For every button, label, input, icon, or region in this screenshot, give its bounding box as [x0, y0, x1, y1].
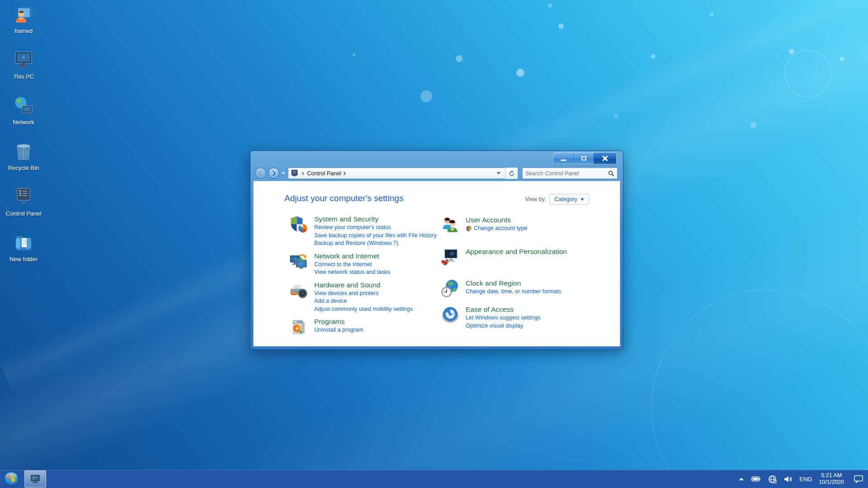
- window-caption-buttons: [553, 152, 617, 164]
- breadcrumb[interactable]: Control Panel: [307, 170, 341, 177]
- category-link-optimize-visual-display[interactable]: Optimize visual display: [466, 322, 540, 330]
- app-window-icon: [29, 473, 41, 485]
- category-link-backup-and-restore-windows-7[interactable]: Backup and Restore (Windows 7): [314, 239, 437, 248]
- category-row: Programs Uninstall a program: [289, 317, 438, 337]
- view-by-label: View by:: [525, 196, 546, 202]
- category-icon[interactable]: [440, 305, 460, 325]
- desktop-icon-label: Network: [13, 119, 34, 126]
- desktop-icon-network[interactable]: Network: [3, 94, 44, 140]
- search-box: [522, 168, 618, 179]
- category-links: Review your computer's statusSave backup…: [314, 224, 437, 248]
- volume-icon[interactable]: [783, 475, 793, 483]
- windows-logo-icon: [4, 471, 19, 487]
- category-row: System and Security Review your computer…: [289, 215, 438, 248]
- category-link-view-devices-and-printers[interactable]: View devices and printers: [314, 290, 413, 298]
- address-bar[interactable]: Control Panel: [288, 168, 518, 179]
- refresh-icon: [509, 170, 515, 177]
- tray-show-hidden-icons[interactable]: [739, 478, 744, 480]
- category-title-hardware-and-sound[interactable]: Hardware and Sound: [314, 281, 413, 290]
- category-icon[interactable]: [289, 252, 309, 272]
- category-links: Connect to the InternetView network stat…: [314, 261, 390, 277]
- maximize-icon: [581, 156, 586, 160]
- category-column-right: User Accounts Change account type Appear…: [440, 216, 612, 342]
- page-title: Adjust your computer's settings: [284, 193, 403, 203]
- category-row: Clock and Region Change date, time, or n…: [440, 279, 612, 299]
- battery-icon[interactable]: [750, 475, 761, 483]
- category-row: Ease of Access Let Windows suggest setti…: [440, 305, 612, 330]
- category-links: View devices and printersAdd a deviceAdj…: [314, 290, 413, 314]
- refresh-button[interactable]: [505, 168, 518, 179]
- category-title-programs[interactable]: Programs: [314, 317, 363, 326]
- minimize-button[interactable]: [553, 153, 574, 164]
- category-link-uninstall-a-program[interactable]: Uninstall a program: [314, 326, 363, 334]
- category-icon[interactable]: [289, 317, 309, 337]
- category-links: Change date, time, or number formats: [466, 288, 561, 296]
- forward-button[interactable]: [268, 168, 279, 179]
- category-title-network-and-internet[interactable]: Network and Internet: [314, 252, 390, 261]
- desktop-icon-image: [12, 231, 35, 254]
- control-panel-icon: [291, 169, 298, 177]
- category-row: Hardware and Sound View devices and prin…: [289, 281, 438, 314]
- view-by-value: Category: [554, 196, 577, 202]
- desktop-icon-this-pc[interactable]: This PC: [3, 48, 44, 94]
- category-link-change-account-type[interactable]: Change account type: [466, 225, 527, 233]
- language-indicator[interactable]: ENG: [799, 476, 812, 483]
- desktop-icon-label: Control Panel: [6, 210, 42, 217]
- network-globe-icon[interactable]: [768, 475, 777, 483]
- start-button[interactable]: [0, 470, 23, 488]
- category-link-review-your-computer-s-status[interactable]: Review your computer's status: [314, 224, 437, 232]
- search-input[interactable]: [525, 170, 608, 177]
- category-link-connect-to-the-internet[interactable]: Connect to the Internet: [314, 261, 390, 269]
- address-dropdown-icon[interactable]: [497, 172, 500, 174]
- chevron-down-icon: [580, 198, 584, 201]
- control-panel-content: Adjust your computer's settings View by:…: [253, 181, 620, 347]
- category-row: Network and Internet Connect to the Inte…: [289, 252, 438, 277]
- category-link-change-date-time-or-number-formats[interactable]: Change date, time, or number formats: [466, 288, 561, 296]
- breadcrumb-chevron-icon[interactable]: [301, 172, 304, 175]
- taskbar: ENG 5:21 AM 10/1/2020: [0, 470, 868, 488]
- maximize-button[interactable]: [574, 153, 594, 164]
- minimize-icon: [561, 160, 566, 161]
- desktop-icon-label: hamed: [14, 28, 33, 34]
- category-icon[interactable]: [440, 247, 460, 267]
- category-link-add-a-device[interactable]: Add a device: [314, 297, 413, 305]
- category-title-user-accounts[interactable]: User Accounts: [466, 216, 527, 225]
- category-icon[interactable]: [289, 215, 309, 235]
- view-by-dropdown[interactable]: Category: [549, 194, 589, 205]
- category-link-save-backup-copies-of-your-files-with-file-history[interactable]: Save backup copies of your files with Fi…: [314, 232, 437, 240]
- view-by-control: View by: Category: [525, 194, 589, 205]
- recent-pages-dropdown[interactable]: [282, 172, 285, 174]
- desktop-icon-image: [12, 94, 35, 117]
- category-title-appearance-and-personalization[interactable]: Appearance and Personalization: [466, 247, 567, 256]
- category-title-ease-of-access[interactable]: Ease of Access: [466, 305, 540, 314]
- taskbar-app-control-panel[interactable]: [24, 470, 46, 488]
- desktop-icon-new-folder[interactable]: New folder: [3, 231, 44, 277]
- category-link-let-windows-suggest-settings[interactable]: Let Windows suggest settings: [466, 314, 540, 322]
- clock-time: 5:21 AM: [819, 472, 844, 479]
- action-center-icon[interactable]: [854, 474, 863, 483]
- breadcrumb-chevron-icon[interactable]: [342, 171, 346, 175]
- category-title-clock-and-region[interactable]: Clock and Region: [466, 279, 561, 288]
- category-icon[interactable]: [289, 281, 309, 300]
- category-link-adjust-commonly-used-mobility-settings[interactable]: Adjust commonly used mobility settings: [314, 305, 413, 314]
- system-tray: ENG 5:21 AM 10/1/2020: [739, 472, 868, 486]
- category-icon[interactable]: [440, 216, 460, 235]
- category-row: Appearance and Personalization: [440, 247, 612, 267]
- control-panel-window: Control Panel Adjust your computer's set…: [250, 150, 623, 350]
- desktop-icon-image: [12, 185, 35, 209]
- back-button[interactable]: [255, 168, 266, 179]
- category-row: User Accounts Change account type: [440, 216, 612, 235]
- category-links: Let Windows suggest settingsOptimize vis…: [466, 314, 540, 330]
- close-button[interactable]: [594, 153, 616, 164]
- desktop-icon-label: Recycle Bin: [8, 164, 39, 171]
- category-link-view-network-status-and-tasks[interactable]: View network status and tasks: [314, 268, 390, 277]
- desktop-icon-recycle-bin[interactable]: Recycle Bin: [3, 140, 44, 185]
- desktop-icon-hamed[interactable]: hamed: [3, 3, 44, 48]
- category-icon[interactable]: [440, 279, 460, 299]
- clock[interactable]: 5:21 AM 10/1/2020: [819, 472, 844, 486]
- desktop-icon-control-panel[interactable]: Control Panel: [3, 185, 44, 231]
- category-title-system-and-security[interactable]: System and Security: [314, 215, 437, 224]
- forward-arrow-icon: [271, 170, 277, 176]
- category-links: Change account type: [466, 225, 527, 233]
- search-icon[interactable]: [608, 170, 614, 177]
